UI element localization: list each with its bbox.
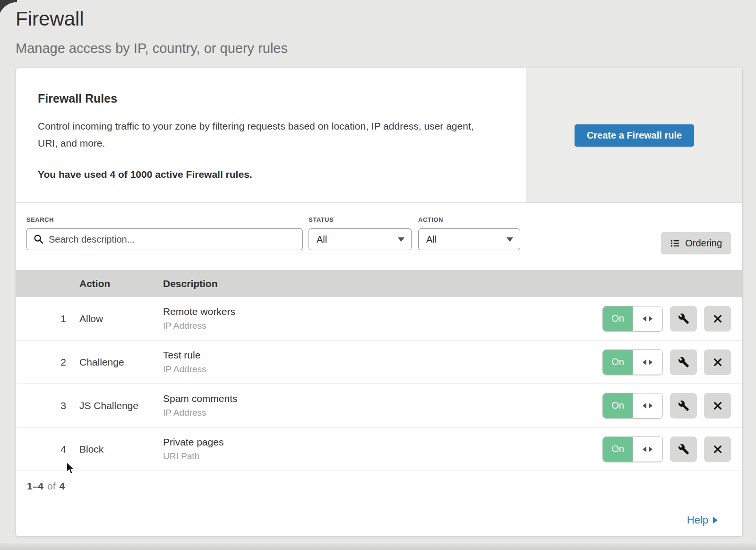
rule-description-cell: Private pages URI Path <box>163 437 598 462</box>
rule-controls: On <box>598 349 742 375</box>
section-description: Control incoming traffic to your zone by… <box>38 118 487 152</box>
left-right-arrows-icon <box>633 306 662 331</box>
x-icon <box>713 357 723 367</box>
edit-rule-button[interactable] <box>670 306 697 332</box>
filters-bar: SEARCH STATUS All ACTION All <box>16 203 742 270</box>
usage-note: You have used 4 of 1000 active Firewall … <box>38 169 498 180</box>
action-filter: ACTION All <box>418 216 520 270</box>
rule-action: Allow <box>79 313 163 324</box>
rule-description-cell: Test rule IP Address <box>163 349 598 375</box>
rule-match-type: IP Address <box>163 364 598 375</box>
rule-enabled-toggle[interactable]: On <box>602 393 663 419</box>
rule-match-type: IP Address <box>163 321 598 331</box>
chevron-down-icon <box>507 237 513 242</box>
rule-description: Spam comments <box>163 393 598 404</box>
left-right-arrows-icon <box>633 393 662 418</box>
table-row: 4 Block Private pages URI Path On <box>16 428 742 471</box>
bulleted-list-icon <box>670 238 680 248</box>
rule-enabled-toggle[interactable]: On <box>602 437 663 462</box>
help-link-label: Help <box>687 514 708 526</box>
rule-priority: 4 <box>16 444 79 455</box>
left-right-arrows-icon <box>633 437 662 462</box>
help-row: Help <box>16 501 742 539</box>
status-select-value: All <box>317 234 327 245</box>
rule-controls: On <box>598 437 742 462</box>
x-icon <box>713 401 723 411</box>
toggle-on-label: On <box>603 306 633 331</box>
rule-priority: 3 <box>16 400 79 411</box>
chevron-down-icon <box>398 237 404 242</box>
rule-controls: On <box>598 393 742 419</box>
rule-match-type: URI Path <box>163 451 598 462</box>
action-select[interactable]: All <box>418 228 520 250</box>
status-label: STATUS <box>309 216 412 223</box>
edit-rule-button[interactable] <box>670 393 697 419</box>
description-column-header: Description <box>163 278 598 289</box>
status-select[interactable]: All <box>309 228 412 250</box>
table-row: 1 Allow Remote workers IP Address On <box>16 297 742 340</box>
search-input[interactable] <box>26 228 303 250</box>
rule-action: Challenge <box>79 357 163 368</box>
page-title: Firewall <box>16 8 740 30</box>
rules-list: 1 Allow Remote workers IP Address On <box>16 297 742 471</box>
edit-rule-button[interactable] <box>670 437 697 462</box>
delete-rule-button[interactable] <box>704 306 731 332</box>
action-label: ACTION <box>418 216 520 223</box>
toggle-on-label: On <box>603 350 633 375</box>
rule-action: Block <box>79 444 163 455</box>
page-header: Firewall Manage access by IP, country, o… <box>0 0 756 56</box>
x-icon <box>713 444 723 454</box>
rule-priority: 1 <box>16 313 79 324</box>
pagination-range: 1–4 <box>27 480 43 492</box>
wrench-icon <box>678 357 689 368</box>
rule-enabled-toggle[interactable]: On <box>602 349 663 375</box>
search-filter: SEARCH <box>26 216 303 270</box>
ordering-button[interactable]: Ordering <box>661 232 731 254</box>
create-rule-panel: Create a Firewall rule <box>526 68 742 202</box>
action-select-value: All <box>426 234 437 245</box>
action-column-header: Action <box>79 278 163 289</box>
search-label: SEARCH <box>26 216 303 223</box>
page-subtitle: Manage access by IP, country, or query r… <box>16 41 740 56</box>
toggle-on-label: On <box>603 437 633 462</box>
table-header: Action Description <box>16 270 742 297</box>
pagination-total: 4 <box>60 480 65 492</box>
table-row: 3 JS Challenge Spam comments IP Address … <box>16 384 742 428</box>
rule-enabled-toggle[interactable]: On <box>602 306 663 332</box>
rule-description-cell: Remote workers IP Address <box>163 306 598 331</box>
rule-description: Test rule <box>163 349 598 361</box>
wrench-icon <box>678 444 689 455</box>
delete-rule-button[interactable] <box>704 437 731 462</box>
rule-description: Remote workers <box>163 306 598 317</box>
wrench-icon <box>678 313 689 324</box>
section-title: Firewall Rules <box>38 92 498 105</box>
rule-action: JS Challenge <box>79 400 163 411</box>
rule-priority: 2 <box>16 357 79 368</box>
firewall-rules-card: Firewall Rules Control incoming traffic … <box>16 68 743 537</box>
table-row: 2 Challenge Test rule IP Address On <box>16 340 742 384</box>
right-triangle-icon <box>713 517 718 524</box>
delete-rule-button[interactable] <box>704 349 731 375</box>
delete-rule-button[interactable] <box>704 393 731 419</box>
rule-description-cell: Spam comments IP Address <box>163 393 598 418</box>
toggle-on-label: On <box>603 393 633 418</box>
search-icon <box>33 234 44 244</box>
pagination-of: of <box>47 480 56 492</box>
edit-rule-button[interactable] <box>670 349 697 375</box>
window-corner-artifact <box>0 0 17 21</box>
pagination: 1–4 of 4 <box>16 471 742 501</box>
x-icon <box>713 314 723 324</box>
rule-description: Private pages <box>163 437 598 448</box>
ordering-button-label: Ordering <box>685 238 722 249</box>
card-header-text: Firewall Rules Control incoming traffic … <box>16 68 526 202</box>
create-firewall-rule-button[interactable]: Create a Firewall rule <box>575 124 694 147</box>
help-link[interactable]: Help <box>687 514 718 526</box>
wrench-icon <box>678 400 689 411</box>
status-filter: STATUS All <box>309 216 412 270</box>
left-right-arrows-icon <box>633 350 662 375</box>
card-header-section: Firewall Rules Control incoming traffic … <box>16 68 742 203</box>
rule-controls: On <box>598 306 742 332</box>
rule-match-type: IP Address <box>163 408 598 418</box>
